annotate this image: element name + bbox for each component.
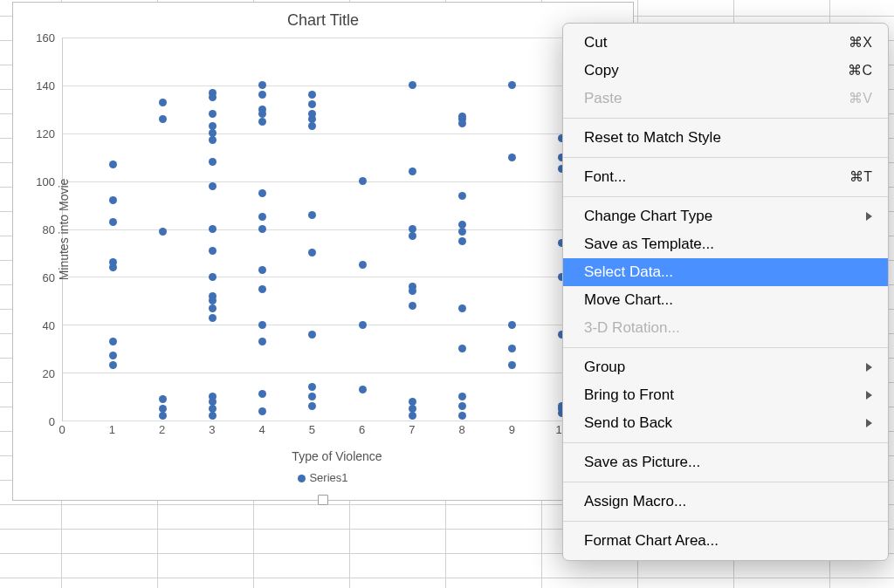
data-point[interactable] <box>159 395 167 403</box>
data-point[interactable] <box>308 122 316 130</box>
data-point[interactable] <box>258 110 266 118</box>
legend[interactable]: Series1 <box>13 471 633 484</box>
data-point[interactable] <box>458 237 466 245</box>
data-point[interactable] <box>308 211 316 219</box>
data-point[interactable] <box>258 338 266 345</box>
data-point[interactable] <box>458 393 466 400</box>
data-point[interactable] <box>209 297 217 304</box>
data-point[interactable] <box>409 287 416 295</box>
data-point[interactable] <box>258 321 266 329</box>
data-point[interactable] <box>458 402 466 410</box>
data-point[interactable] <box>258 407 266 415</box>
data-point[interactable] <box>458 412 466 420</box>
menu-item-move-chart[interactable]: Move Chart... <box>563 286 888 314</box>
data-point[interactable] <box>359 386 367 393</box>
data-point[interactable] <box>159 99 167 106</box>
data-point[interactable] <box>109 161 117 168</box>
menu-item-change-chart-type[interactable]: Change Chart Type <box>563 202 888 230</box>
menu-item-save-as-picture[interactable]: Save as Picture... <box>563 448 888 476</box>
data-point[interactable] <box>458 304 466 312</box>
data-point[interactable] <box>458 345 466 352</box>
data-point[interactable] <box>458 192 466 200</box>
data-point[interactable] <box>458 120 466 127</box>
chart-object[interactable]: Chart Title 020406080100120140160 012345… <box>12 2 634 501</box>
data-point[interactable] <box>258 390 266 398</box>
menu-separator <box>563 442 888 443</box>
data-point[interactable] <box>159 412 167 420</box>
data-point[interactable] <box>209 247 217 255</box>
context-menu[interactable]: Cut⌘XCopy⌘CPaste⌘VReset to Match StyleFo… <box>562 23 889 561</box>
data-point[interactable] <box>359 261 367 269</box>
data-point[interactable] <box>209 110 217 118</box>
data-point[interactable] <box>209 314 217 322</box>
data-point[interactable] <box>159 115 167 123</box>
menu-item-bring-to-front[interactable]: Bring to Front <box>563 381 888 409</box>
menu-item-group[interactable]: Group <box>563 353 888 381</box>
data-point[interactable] <box>359 321 367 329</box>
chevron-right-icon <box>866 391 872 400</box>
data-point[interactable] <box>508 321 516 329</box>
data-point[interactable] <box>258 91 266 99</box>
data-point[interactable] <box>409 302 416 310</box>
data-point[interactable] <box>109 263 117 271</box>
menu-item-reset-to-match-style[interactable]: Reset to Match Style <box>563 124 888 152</box>
chevron-right-icon <box>866 419 872 427</box>
data-point[interactable] <box>209 158 217 166</box>
y-tick-label: 100 <box>36 175 55 188</box>
y-tick-label: 40 <box>43 319 55 332</box>
data-point[interactable] <box>258 118 266 126</box>
data-point[interactable] <box>409 232 416 240</box>
data-point[interactable] <box>209 182 217 190</box>
menu-item-format-chart-area[interactable]: Format Chart Area... <box>563 527 888 555</box>
menu-item-copy[interactable]: Copy⌘C <box>563 57 888 85</box>
data-point[interactable] <box>359 177 367 185</box>
data-point[interactable] <box>308 383 316 391</box>
data-point[interactable] <box>209 412 217 420</box>
data-point[interactable] <box>209 304 217 312</box>
menu-item-font[interactable]: Font...⌘T <box>563 163 888 191</box>
y-axis-ticks: 020406080100120140160 <box>25 38 58 421</box>
data-point[interactable] <box>258 225 266 233</box>
data-point[interactable] <box>308 393 316 400</box>
data-point[interactable] <box>109 196 117 204</box>
data-point[interactable] <box>308 91 316 99</box>
y-axis-label[interactable]: Minutes into Movie <box>57 179 71 281</box>
data-point[interactable] <box>258 189 266 197</box>
data-point[interactable] <box>508 361 516 369</box>
data-point[interactable] <box>508 154 516 161</box>
data-point[interactable] <box>258 285 266 293</box>
data-point[interactable] <box>308 331 316 338</box>
selection-handle[interactable] <box>318 495 328 505</box>
data-point[interactable] <box>209 136 217 144</box>
data-point[interactable] <box>209 273 217 281</box>
data-point[interactable] <box>109 338 117 345</box>
x-axis-label[interactable]: Type of Violence <box>62 449 612 463</box>
data-point[interactable] <box>308 249 316 256</box>
data-point[interactable] <box>109 218 117 226</box>
y-tick-label: 160 <box>36 31 55 44</box>
data-point[interactable] <box>258 266 266 274</box>
x-tick-label: 3 <box>209 423 215 436</box>
data-point[interactable] <box>109 361 117 369</box>
menu-item-save-as-template[interactable]: Save as Template... <box>563 230 888 258</box>
data-point[interactable] <box>308 402 316 410</box>
menu-item-cut[interactable]: Cut⌘X <box>563 29 888 57</box>
data-point[interactable] <box>159 228 167 236</box>
data-point[interactable] <box>209 93 217 101</box>
data-point[interactable] <box>258 81 266 89</box>
data-point[interactable] <box>209 225 217 233</box>
menu-item-select-data[interactable]: Select Data... <box>563 258 888 286</box>
data-point[interactable] <box>409 168 416 175</box>
data-point[interactable] <box>109 352 117 359</box>
plot-area[interactable] <box>62 38 612 421</box>
data-point[interactable] <box>258 213 266 221</box>
data-point[interactable] <box>308 100 316 108</box>
data-point[interactable] <box>409 412 416 420</box>
menu-item-assign-macro[interactable]: Assign Macro... <box>563 488 888 516</box>
data-point[interactable] <box>508 81 516 89</box>
chart-title[interactable]: Chart Title <box>13 3 633 30</box>
data-point[interactable] <box>508 345 516 352</box>
data-point[interactable] <box>458 228 466 236</box>
data-point[interactable] <box>409 81 416 89</box>
menu-item-send-to-back[interactable]: Send to Back <box>563 409 888 437</box>
